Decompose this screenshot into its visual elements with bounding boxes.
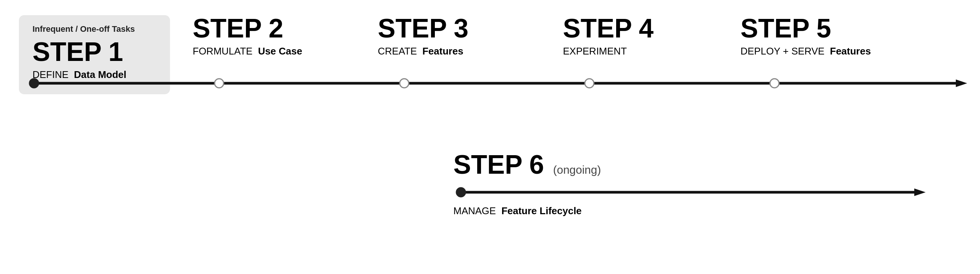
svg-point-4 [400, 79, 409, 88]
step6-timeline-svg [453, 181, 926, 203]
step6-subtitle: MANAGE Feature Lifecycle [453, 205, 959, 217]
svg-point-3 [215, 79, 224, 88]
diagram-container: Infrequent / One-off Tasks STEP 1 DEFINE… [0, 0, 980, 274]
step6-container: STEP 6 (ongoing) MANAGE Feature Lifecycl… [453, 151, 959, 217]
step6-header: STEP 6 (ongoing) [453, 151, 959, 178]
svg-point-6 [770, 79, 779, 88]
step6-prefix: MANAGE [453, 205, 496, 216]
svg-marker-8 [914, 189, 926, 196]
svg-point-5 [585, 79, 594, 88]
svg-point-9 [457, 188, 465, 197]
main-timeline-svg [0, 0, 980, 144]
svg-marker-1 [956, 80, 967, 87]
svg-point-2 [29, 79, 38, 88]
step6-bold: Feature Lifecycle [501, 205, 581, 216]
step6-ongoing: (ongoing) [553, 163, 601, 176]
step6-title: STEP 6 [453, 151, 544, 178]
